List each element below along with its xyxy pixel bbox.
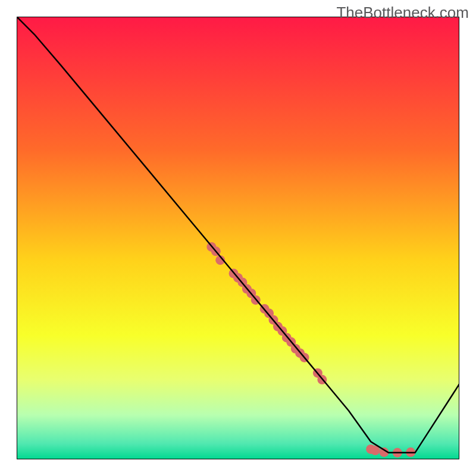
gradient-background (17, 17, 459, 459)
plot-area (17, 17, 459, 459)
chart-svg (17, 17, 459, 459)
bottleneck-chart: TheBottleneck.com (0, 0, 476, 476)
watermark-text: TheBottleneck.com (336, 4, 469, 22)
